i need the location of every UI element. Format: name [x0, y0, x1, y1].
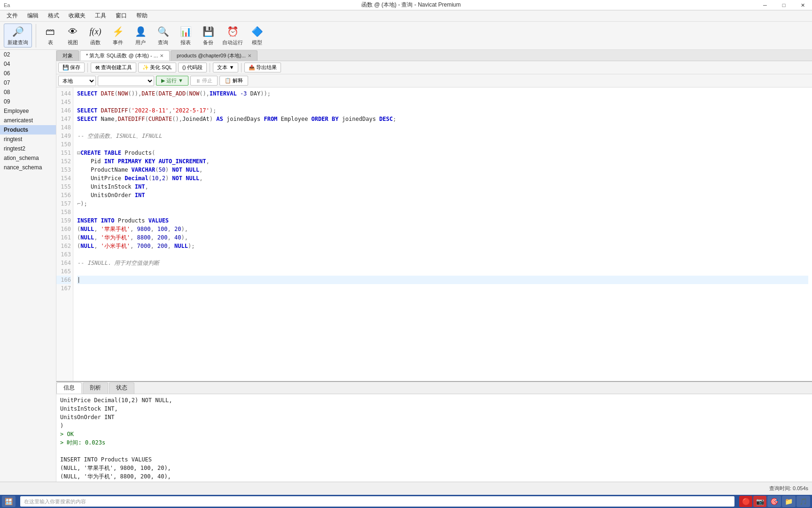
run-button[interactable]: ▶ 运行 ▼ [156, 76, 188, 86]
btab-info[interactable]: 信息 [56, 382, 82, 394]
toolbar-model[interactable]: 🔷 模型 [247, 24, 267, 47]
report-label: 报表 [180, 39, 191, 46]
query-toolbar: 本地 ▶ 运行 ▼ ⏸ 停止 📋 解释 [56, 74, 812, 87]
sidebar-item-ringtest[interactable]: ringtest [0, 135, 56, 144]
bottom-line: INSERT INTO Products VALUES [60, 455, 808, 464]
save-button[interactable]: 💾 保存 [58, 63, 85, 72]
taskbar-start[interactable]: 🪟 [2, 496, 16, 507]
taskbar-app-2[interactable]: 📷 [753, 496, 766, 507]
menu-edit[interactable]: 编辑 [23, 11, 43, 21]
text-label: 文本 ▼ [217, 64, 234, 71]
user-label: 用户 [135, 39, 146, 46]
stop-label: 停止 [202, 77, 212, 84]
toolbar-autorun[interactable]: ⏰ 自动运行 [220, 24, 245, 47]
bottom-line: UnitPrice Decimal(10,2) NOT NULL, [60, 396, 808, 405]
toolbar-function[interactable]: f(x) 函数 [85, 24, 106, 47]
bottom-line: ) [60, 421, 808, 430]
beautify-icon: ✨ [142, 64, 149, 71]
query-label: 查询 [158, 39, 168, 46]
code-snippet-label: () 代码段 [182, 64, 203, 71]
backup-icon: 💾 [202, 25, 215, 38]
text-button[interactable]: 文本 ▼ [213, 63, 238, 72]
maximize-button[interactable]: □ [774, 0, 793, 10]
menu-format[interactable]: 格式 [43, 11, 64, 21]
explain-button[interactable]: 📋 解释 [219, 76, 248, 86]
toolbar-query[interactable]: 🔍 查询 [153, 24, 173, 47]
autorun-icon: ⏰ [226, 25, 239, 38]
sidebar-item-08[interactable]: 08 [0, 87, 56, 97]
sidebar-item-ation-schema[interactable]: ation_schema [0, 153, 56, 163]
connection-select[interactable]: 本地 [58, 76, 96, 86]
taskbar-app-4[interactable]: 📁 [782, 496, 796, 507]
taskbar-app-1[interactable]: 🔴 [739, 496, 752, 507]
btab-status[interactable]: 状态 [109, 382, 134, 394]
editor-toolbar-sep3 [241, 63, 242, 72]
btab-profile[interactable]: 剖析 [83, 382, 108, 394]
window-controls: ─ □ ✕ [756, 0, 812, 10]
query-builder-button[interactable]: 🛠 查询创建工具 [91, 63, 136, 72]
sidebar-item-04[interactable]: 04 [0, 59, 56, 69]
user-icon: 👤 [134, 25, 147, 38]
tab-products[interactable]: products @chapter09 (本地)... ✕ [171, 50, 258, 61]
toolbar-backup[interactable]: 💾 备份 [198, 24, 219, 47]
taskbar-app-3[interactable]: 🎯 [767, 496, 781, 507]
bottom-line: UnitsInStock INT, [60, 405, 808, 413]
tab-products-close[interactable]: ✕ [248, 53, 251, 58]
event-label: 事件 [113, 39, 123, 46]
status-bar: 查询时间: 0.054s [0, 482, 812, 495]
sidebar-item-02[interactable]: 02 [0, 50, 56, 59]
line-numbers: 144 145 146 147 148 149 150 151 152 153 … [56, 87, 73, 381]
bottom-panel: 信息 剖析 状态 UnitPrice Decimal(10,2) NOT NUL… [56, 381, 812, 494]
minimize-button[interactable]: ─ [756, 0, 774, 10]
toolbar-view[interactable]: 👁 视图 [62, 24, 83, 47]
code-snippet-button[interactable]: () 代码段 [178, 63, 207, 72]
toolbar-user[interactable]: 👤 用户 [130, 24, 151, 47]
menu-help[interactable]: 帮助 [132, 11, 152, 21]
new-query-label: 新建查询 [8, 39, 28, 46]
menu-favorites[interactable]: 收藏夹 [64, 11, 90, 21]
tab-objects[interactable]: 对象 [56, 50, 79, 61]
export-icon: 📤 [249, 64, 255, 71]
code-editor[interactable]: SELECT DATE(NOW()),DATE(DATE_ADD(NOW(),I… [73, 87, 812, 381]
view-label: 视图 [68, 39, 78, 46]
titlebar: Ea 函数 @ (本地) - 查询 - Navicat Premium ─ □ … [0, 0, 812, 10]
sidebar-item-ringtest2[interactable]: ringtest2 [0, 144, 56, 153]
menu-tools[interactable]: 工具 [90, 11, 111, 21]
editor-wrap: 144 145 146 147 148 149 150 151 152 153 … [56, 87, 812, 494]
menu-window[interactable]: 窗口 [111, 11, 132, 21]
toolbar-event[interactable]: ⚡ 事件 [108, 24, 128, 47]
taskbar-search[interactable]: 在这里输入你要搜索的内容 [20, 496, 734, 507]
tab-sql-functions-close[interactable]: ✕ [160, 53, 164, 58]
tab-objects-label: 对象 [62, 52, 73, 59]
query-builder-icon: 🛠 [95, 65, 100, 71]
bottom-line: UnitsOnOrder INT [60, 413, 808, 421]
menu-file[interactable]: 文件 [2, 11, 23, 21]
status-query-time: 查询时间: 0.054s [769, 485, 808, 492]
tab-sql-functions-label: * 第九章 SQL函数 @ (本地) - ... [86, 52, 158, 59]
taskbar-app-5[interactable]: 🎵 [796, 496, 810, 507]
bottom-line: > 时间: 0.023s [60, 438, 808, 447]
toolbar-table[interactable]: 🗃 表 [40, 24, 61, 47]
editor-main: 144 145 146 147 148 149 150 151 152 153 … [56, 87, 812, 381]
new-query-icon: 🔎 [11, 25, 24, 38]
table-label: 表 [48, 39, 53, 46]
table-icon: 🗃 [44, 25, 57, 38]
sidebar-item-09[interactable]: 09 [0, 97, 56, 106]
sidebar-item-06[interactable]: 06 [0, 69, 56, 78]
new-query-button[interactable]: 🔎 新建查询 [4, 24, 32, 48]
beautify-button[interactable]: ✨ 美化 SQL [138, 63, 176, 72]
database-select[interactable] [98, 76, 154, 86]
export-button[interactable]: 📤 导出结果 [244, 63, 281, 72]
sidebar-item-07[interactable]: 07 [0, 78, 56, 87]
explain-icon: 📋 [225, 78, 231, 84]
sidebar-item-nance-schema[interactable]: nance_schema [0, 163, 56, 172]
close-button[interactable]: ✕ [793, 0, 812, 10]
sidebar-item-products[interactable]: Products [0, 125, 56, 135]
autorun-label: 自动运行 [222, 39, 243, 46]
toolbar-report[interactable]: 📊 报表 [175, 24, 196, 47]
report-icon: 📊 [179, 25, 192, 38]
stop-button[interactable]: ⏸ 停止 [190, 76, 218, 86]
sidebar-item-americatest[interactable]: americatest [0, 116, 56, 125]
sidebar-item-employee[interactable]: Employee [0, 106, 56, 116]
tab-sql-functions[interactable]: * 第九章 SQL函数 @ (本地) - ... ✕ [80, 50, 170, 61]
